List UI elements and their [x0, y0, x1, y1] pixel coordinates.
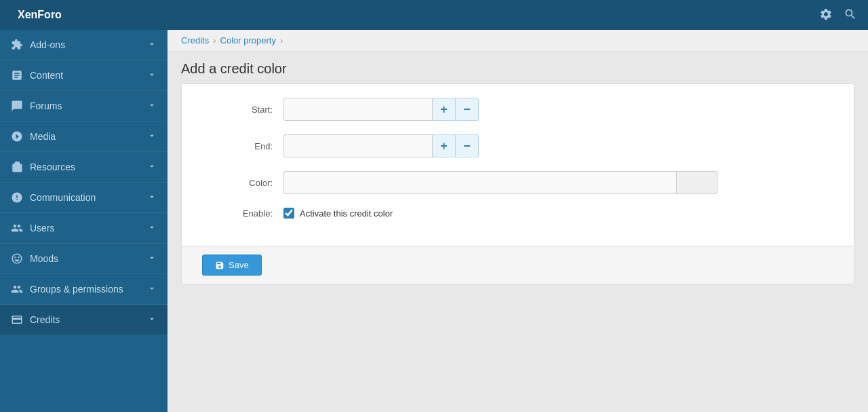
- breadcrumb-sep-1: ›: [213, 35, 216, 45]
- color-swatch[interactable]: [677, 171, 717, 194]
- end-minus-button[interactable]: −: [456, 134, 479, 157]
- start-label: Start:: [202, 105, 283, 115]
- save-icon: [215, 261, 224, 270]
- chevron-down-icon: [147, 223, 157, 234]
- start-plus-button[interactable]: +: [433, 98, 456, 121]
- page-title: Add a credit color: [181, 61, 854, 77]
- sidebar-item-label-moods: Moods: [30, 253, 58, 264]
- end-row: End: + −: [202, 134, 833, 157]
- color-label: Color:: [202, 178, 283, 188]
- brand-title: XenForo: [18, 9, 62, 21]
- resources-icon: [11, 161, 23, 173]
- forums-icon: [11, 100, 23, 112]
- color-text-input[interactable]: [283, 171, 677, 194]
- sidebar-item-media[interactable]: Media: [0, 121, 167, 152]
- color-control-group: [283, 171, 717, 194]
- enable-control-group: Activate this credit color: [283, 208, 393, 219]
- end-plus-button[interactable]: +: [433, 134, 456, 157]
- sidebar-item-label-resources: Resources: [30, 162, 75, 172]
- moods-icon: [11, 252, 23, 265]
- form-body: Start: + − End: + −: [182, 84, 854, 246]
- breadcrumb-color-property-link[interactable]: Color property: [220, 35, 276, 45]
- chevron-down-icon: [147, 253, 157, 265]
- content-icon: [11, 69, 23, 81]
- chevron-up-icon: [147, 314, 157, 326]
- sidebar-item-resources[interactable]: Resources: [0, 152, 167, 183]
- sidebar-item-label-credits: Credits: [30, 314, 60, 325]
- sidebar-item-content[interactable]: Content: [0, 60, 167, 91]
- sidebar-item-label-media: Media: [30, 131, 56, 142]
- chevron-down-icon: [147, 284, 157, 295]
- save-button-label: Save: [229, 260, 249, 270]
- start-row: Start: + −: [202, 98, 833, 121]
- color-row: Color:: [202, 171, 833, 194]
- gear-icon[interactable]: [819, 7, 833, 23]
- activate-checkbox[interactable]: [283, 208, 294, 219]
- media-icon: [11, 130, 23, 143]
- sidebar-item-label-content: Content: [30, 70, 63, 81]
- main-content: Credits › Color property › Add a credit …: [167, 30, 868, 412]
- puzzle-icon: [11, 39, 23, 51]
- end-label: End:: [202, 141, 283, 151]
- save-button[interactable]: Save: [202, 255, 262, 276]
- sidebar-item-credits[interactable]: Credits: [0, 305, 167, 335]
- chevron-down-icon: [147, 131, 157, 143]
- end-control-group: + −: [283, 134, 479, 157]
- sidebar-item-add-ons[interactable]: Add-ons: [0, 30, 167, 60]
- breadcrumb-sep-2: ›: [280, 35, 283, 45]
- chevron-down-icon: [147, 70, 157, 81]
- groups-icon: [11, 283, 23, 295]
- users-icon: [11, 222, 23, 234]
- credits-icon: [11, 314, 23, 326]
- start-minus-button[interactable]: −: [456, 98, 479, 121]
- enable-row: Enable: Activate this credit color: [202, 208, 833, 219]
- top-nav: XenForo: [0, 0, 868, 30]
- comm-icon: [11, 191, 23, 204]
- activate-checkbox-label: Activate this credit color: [300, 208, 393, 219]
- start-control-group: + −: [283, 98, 479, 121]
- page-header: Add a credit color: [167, 52, 868, 83]
- sidebar: Add-ons Content Forums: [0, 30, 167, 412]
- top-nav-brand[interactable]: XenForo: [11, 9, 62, 21]
- sidebar-item-label-forums: Forums: [30, 100, 62, 111]
- chevron-down-icon: [147, 192, 157, 204]
- chevron-down-icon: [147, 39, 157, 51]
- form-footer: Save: [182, 246, 854, 284]
- sidebar-item-label-groups-permissions: Groups & permissions: [30, 284, 123, 295]
- sidebar-item-groups-permissions[interactable]: Groups & permissions: [0, 274, 167, 305]
- sidebar-item-forums[interactable]: Forums: [0, 91, 167, 121]
- sidebar-item-label-communication: Communication: [30, 192, 96, 203]
- chevron-down-icon: [147, 162, 157, 173]
- sidebar-item-users[interactable]: Users: [0, 213, 167, 244]
- top-nav-actions: [819, 7, 857, 23]
- enable-label: Enable:: [202, 208, 283, 219]
- start-input[interactable]: [283, 98, 433, 121]
- sidebar-item-label-users: Users: [30, 223, 55, 233]
- chevron-down-icon: [147, 100, 157, 112]
- breadcrumb: Credits › Color property ›: [167, 30, 868, 52]
- search-icon[interactable]: [844, 7, 857, 23]
- breadcrumb-credits-link[interactable]: Credits: [181, 35, 209, 45]
- sidebar-item-moods[interactable]: Moods: [0, 244, 167, 274]
- end-input[interactable]: [283, 134, 433, 157]
- add-credit-color-form: Start: + − End: + −: [181, 83, 854, 284]
- sidebar-item-communication[interactable]: Communication: [0, 183, 167, 213]
- sidebar-item-label-add-ons: Add-ons: [30, 39, 65, 50]
